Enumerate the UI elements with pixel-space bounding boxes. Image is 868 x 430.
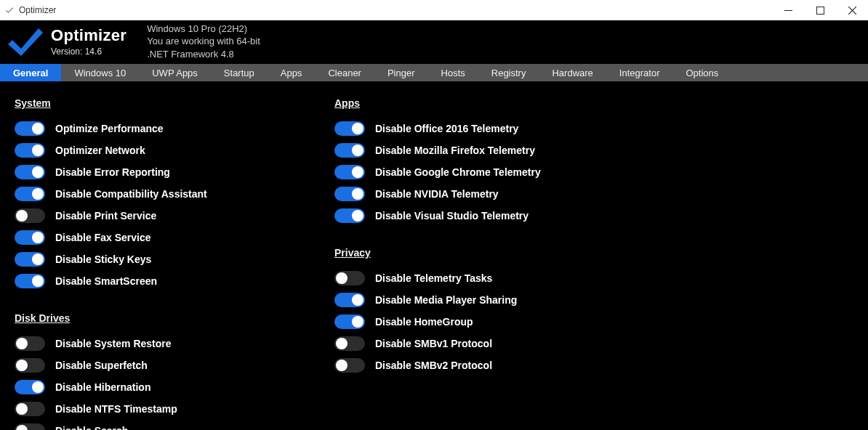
app-body: Optimizer Version: 14.6 Windows 10 Pro (… [0,20,868,430]
option-label: Disable Fax Service [55,232,151,243]
option-label: Disable Mozilla Firefox Telemetry [375,145,535,156]
option-label: Disable NVIDIA Telemetry [375,188,499,200]
toggle-knob [336,360,347,371]
toggle-switch[interactable] [15,274,45,288]
app-name: Optimizer [51,26,126,45]
right-column: AppsDisable Office 2016 TelemetryDisable… [334,90,654,430]
tab-hosts[interactable]: Hosts [428,64,478,81]
toggle-switch[interactable] [15,423,45,430]
toggle-switch[interactable] [15,402,45,416]
toggle-switch[interactable] [15,336,45,351]
window-controls [772,0,868,20]
tab-bar: GeneralWindows 10UWP AppsStartupAppsClea… [0,64,868,81]
toggle-switch[interactable] [334,293,365,307]
toggle-switch[interactable] [15,187,45,201]
section-title: Apps [334,97,654,109]
option-row: Disable Compatibility Assistant [15,183,334,205]
option-label: Disable Superfetch [55,360,148,371]
toggle-knob [352,210,363,222]
minimize-button[interactable] [772,0,804,20]
option-label: Disable HomeGroup [375,316,473,328]
tab-hardware[interactable]: Hardware [539,64,606,81]
arch-info: You are working with 64-bit [147,35,260,48]
option-row: Disable Telemetry Tasks [334,267,654,289]
option-label: Disable Error Reporting [55,166,170,178]
toggle-switch[interactable] [334,143,365,158]
toggle-switch[interactable] [15,380,45,394]
toggle-knob [352,123,363,134]
option-label: Disable Visual Studio Telemetry [375,210,529,222]
toggle-switch[interactable] [334,271,365,285]
option-row: Disable Media Player Sharing [334,289,654,311]
tab-uwp[interactable]: UWP Apps [139,64,211,81]
option-label: Disable Telemetry Tasks [375,272,492,284]
toggle-switch[interactable] [15,143,45,158]
maximize-button[interactable] [804,0,836,20]
toggle-switch[interactable] [15,165,45,179]
toggle-knob [336,272,347,284]
toggle-knob [336,338,347,349]
app-header: Optimizer Version: 14.6 Windows 10 Pro (… [0,20,868,64]
tab-startup[interactable]: Startup [211,64,268,81]
toggle-knob [32,381,44,393]
toggle-knob [352,294,363,306]
toggle-switch[interactable] [15,208,45,223]
toggle-switch[interactable] [334,315,365,329]
toggle-switch[interactable] [334,165,365,179]
tab-integrator[interactable]: Integrator [606,64,673,81]
toggle-switch[interactable] [334,121,365,136]
tab-pinger[interactable]: Pinger [374,64,428,81]
option-row: Disable Print Service [15,205,334,227]
section-title: System [15,97,334,109]
framework-info: .NET Framework 4.8 [147,48,260,61]
titlebar[interactable]: Optimizer [0,0,868,20]
option-label: Disable Google Chrome Telemetry [375,166,541,178]
tab-apps[interactable]: Apps [268,64,316,81]
os-info: Windows 10 Pro (22H2) [147,23,260,36]
app-title-block: Optimizer Version: 14.6 [51,26,126,57]
toggle-switch[interactable] [15,252,45,267]
toggle-switch[interactable] [15,121,45,136]
tab-options[interactable]: Options [672,64,731,81]
tab-label: UWP Apps [152,68,198,78]
svg-rect-0 [784,10,792,11]
tab-label: Hardware [552,68,592,78]
toggle-switch[interactable] [15,230,45,245]
svg-rect-1 [816,7,824,14]
section-title: Disk Drives [15,312,334,324]
toggle-knob [16,338,28,349]
tab-label: Cleaner [328,68,361,78]
option-row: Disable SMBv1 Protocol [334,333,654,354]
toggle-knob [32,253,44,265]
toggle-knob [16,403,28,415]
tab-registry[interactable]: Registry [478,64,539,81]
tab-cleaner[interactable]: Cleaner [315,64,374,81]
toggle-switch[interactable] [15,358,45,373]
left-column: SystemOptimize PerformanceOptimizer Netw… [15,90,334,430]
option-row: Disable Search [15,420,334,430]
tab-windows10[interactable]: Windows 10 [61,64,139,81]
tab-label: Windows 10 [74,68,126,78]
option-row: Disable Fax Service [15,227,334,248]
tab-general[interactable]: General [0,64,61,81]
close-button[interactable] [836,0,868,20]
option-row: Disable HomeGroup [334,311,654,333]
toggle-switch[interactable] [334,336,365,351]
tab-label: Integrator [619,68,660,78]
option-label: Disable SMBv1 Protocol [375,338,492,349]
option-row: Disable Superfetch [15,354,334,376]
option-row: Disable System Restore [15,333,334,354]
toggle-switch[interactable] [334,208,365,223]
option-label: Optimize Performance [55,123,164,134]
option-row: Disable SMBv2 Protocol [334,354,654,376]
tab-label: Options [686,68,718,78]
app-version: Version: 14.6 [51,46,126,57]
toggle-knob [352,166,363,178]
option-label: Disable Compatibility Assistant [55,188,207,200]
toggle-knob [32,232,44,243]
toggle-switch[interactable] [334,187,365,201]
toggle-knob [352,316,363,328]
toggle-knob [32,188,44,200]
option-row: Disable SmartScreen [15,270,334,292]
toggle-switch[interactable] [334,358,365,373]
